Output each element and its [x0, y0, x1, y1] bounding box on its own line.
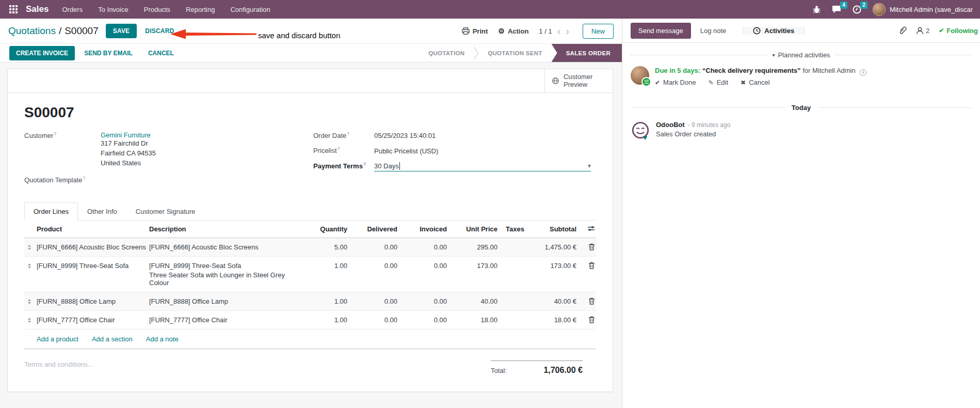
cell-description[interactable]: [FURN_8999] Three-Seat Sofa Three Seater…	[149, 257, 306, 292]
cell-invoiced[interactable]: 0.00	[399, 257, 449, 275]
quotation-template-field[interactable]: Quotation Template?	[24, 176, 313, 184]
activities-button[interactable]: Activities	[743, 27, 805, 35]
cell-invoiced[interactable]: 0.00	[399, 292, 449, 310]
pricelist-value[interactable]: Public Pricelist (USD)	[374, 147, 438, 155]
following-button[interactable]: ✔ Following	[939, 27, 978, 35]
planned-activities-header[interactable]: ▾ Planned activities	[622, 51, 980, 59]
apps-menu-button[interactable]	[6, 3, 21, 15]
order-line-row[interactable]: [FURN_8999] Three-Seat Sofa [FURN_8999] …	[24, 257, 596, 292]
new-button[interactable]: New	[583, 24, 614, 39]
cancel-button[interactable]: CANCEL	[142, 46, 180, 60]
cell-taxes[interactable]	[500, 311, 529, 321]
debug-bug-icon[interactable]	[813, 5, 821, 13]
step-quotation[interactable]: QUOTATION	[419, 44, 474, 62]
cell-unit-price[interactable]: 40.00	[449, 292, 500, 310]
cell-description[interactable]: [FURN_8888] Office Lamp	[149, 292, 306, 310]
order-line-row[interactable]: [FURN_7777] Office Chair [FURN_7777] Off…	[24, 311, 596, 329]
delete-line-icon[interactable]	[579, 238, 596, 256]
drag-handle-icon[interactable]	[24, 238, 37, 255]
menu-orders[interactable]: Orders	[62, 6, 83, 13]
discard-button[interactable]: DISCARD	[145, 27, 174, 35]
cell-invoiced[interactable]: 0.00	[399, 311, 449, 329]
cell-product[interactable]: [FURN_8999] Three-Seat Sofa	[37, 257, 149, 275]
messages-icon[interactable]: 4	[832, 5, 841, 13]
save-button[interactable]: SAVE	[106, 24, 137, 38]
divider-line	[836, 55, 972, 55]
breadcrumb-current: S00007	[65, 25, 99, 37]
divider-line	[631, 55, 767, 55]
cell-quantity[interactable]: 1.00	[306, 311, 349, 329]
activities-clock-icon[interactable]: 2	[853, 5, 861, 14]
customer-preview-button[interactable]: Customer Preview	[544, 69, 613, 92]
mark-done-button[interactable]: ✔ Mark Done	[655, 79, 696, 86]
menu-to-invoice[interactable]: To Invoice	[98, 6, 128, 13]
drag-handle-icon[interactable]	[24, 292, 37, 309]
menu-configuration[interactable]: Configuration	[230, 6, 270, 13]
send-message-button[interactable]: Send message	[631, 23, 691, 39]
order-date-field[interactable]: Order Date? 05/25/2023 15:40:01	[313, 131, 596, 139]
info-icon[interactable]	[860, 69, 866, 76]
cell-quantity[interactable]: 1.00	[306, 257, 349, 275]
cell-taxes[interactable]	[500, 257, 529, 267]
dropdown-caret-icon[interactable]: ▾	[588, 162, 591, 169]
cell-delivered[interactable]: 0.00	[349, 238, 399, 256]
user-menu[interactable]: Mitchell Admin (save_discar	[873, 3, 973, 16]
menu-reporting[interactable]: Reporting	[186, 6, 215, 13]
cell-product[interactable]: [FURN_6666] Acoustic Bloc Screens	[37, 238, 149, 256]
cell-delivered[interactable]: 0.00	[349, 257, 399, 275]
breadcrumb-quotations[interactable]: Quotations	[8, 25, 56, 37]
add-a-product-link[interactable]: Add a product	[37, 335, 78, 343]
app-name[interactable]: Sales	[26, 4, 49, 14]
pager-previous-icon[interactable]: ‹	[557, 26, 561, 36]
pager-next-icon[interactable]: ›	[566, 26, 569, 36]
payment-terms-input[interactable]: 30 Days ▾	[374, 162, 591, 171]
log-note-button[interactable]: Log note	[693, 23, 734, 38]
pricelist-field[interactable]: Pricelist? Public Pricelist (USD)	[313, 146, 596, 154]
tab-customer-signature[interactable]: Customer Signature	[126, 202, 205, 221]
cell-description[interactable]: [FURN_7777] Office Chair	[149, 311, 306, 329]
cell-quantity[interactable]: 5.00	[306, 238, 349, 256]
cell-delivered[interactable]: 0.00	[349, 311, 399, 329]
cell-taxes[interactable]	[500, 238, 529, 248]
edit-activity-button[interactable]: ✎ Edit	[709, 79, 728, 86]
delete-line-icon[interactable]	[579, 257, 596, 274]
delete-line-icon[interactable]	[579, 292, 596, 310]
print-button[interactable]: Print	[462, 27, 488, 35]
cell-invoiced[interactable]: 0.00	[399, 238, 449, 256]
cancel-activity-button[interactable]: ✖ Cancel	[741, 79, 770, 86]
delete-line-icon[interactable]	[579, 311, 596, 328]
cell-description[interactable]: [FURN_6666] Acoustic Bloc Screens	[149, 238, 306, 256]
notebook-tabs: Order Lines Other Info Customer Signatur…	[24, 202, 596, 221]
cell-product[interactable]: [FURN_7777] Office Chair	[37, 311, 149, 329]
cell-delivered[interactable]: 0.00	[349, 292, 399, 310]
cell-unit-price[interactable]: 18.00	[449, 311, 500, 329]
cell-taxes[interactable]	[500, 292, 529, 303]
drag-handle-icon[interactable]	[24, 257, 37, 274]
cell-unit-price[interactable]: 173.00	[449, 257, 500, 275]
optional-columns-icon[interactable]	[579, 221, 596, 237]
terms-and-conditions-input[interactable]: Terms and conditions...	[24, 360, 93, 375]
step-sales-order[interactable]: SALES ORDER	[552, 44, 622, 62]
status-steps: QUOTATION QUOTATION SENT SALES ORDER	[419, 44, 622, 62]
send-by-email-button[interactable]: SEND BY EMAIL	[78, 46, 139, 60]
drag-handle-icon[interactable]	[24, 311, 37, 328]
col-subtotal: Subtotal	[529, 221, 579, 238]
add-a-note-link[interactable]: Add a note	[146, 335, 179, 343]
order-line-row[interactable]: [FURN_8888] Office Lamp [FURN_8888] Offi…	[24, 292, 596, 311]
order-line-row[interactable]: [FURN_6666] Acoustic Bloc Screens [FURN_…	[24, 238, 596, 257]
attachments-paperclip-icon[interactable]	[898, 26, 907, 35]
cell-product[interactable]: [FURN_8888] Office Lamp	[37, 292, 149, 310]
add-a-section-link[interactable]: Add a section	[92, 335, 133, 343]
cell-quantity[interactable]: 1.00	[306, 292, 349, 310]
menu-products[interactable]: Products	[144, 6, 170, 13]
create-invoice-button[interactable]: CREATE INVOICE	[9, 46, 75, 60]
cell-unit-price[interactable]: 295.00	[449, 238, 500, 256]
customer-name-link[interactable]: Gemini Furniture	[101, 131, 156, 139]
step-quotation-sent[interactable]: QUOTATION SENT	[478, 44, 551, 62]
followers-button[interactable]: 2	[916, 27, 929, 35]
tab-order-lines[interactable]: Order Lines	[24, 202, 78, 221]
order-date-value[interactable]: 05/25/2023 15:40:01	[374, 132, 436, 139]
action-button[interactable]: ⚙ Action	[498, 27, 528, 35]
tab-other-info[interactable]: Other Info	[78, 202, 126, 221]
customer-field[interactable]: Customer? Gemini Furniture 317 Fairchild…	[24, 131, 313, 168]
